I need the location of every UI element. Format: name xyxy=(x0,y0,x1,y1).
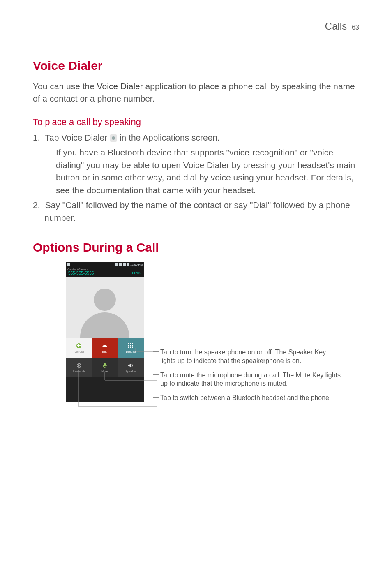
status-time: 12:00 PM xyxy=(130,263,143,266)
options-figure: 12:00 PM Carrier Wireless 555-555-5555 0… xyxy=(33,262,359,408)
callout-list: Tap to turn the speakerphone on or off. … xyxy=(144,262,341,408)
svg-rect-7 xyxy=(130,345,131,346)
carrier-label: Carrier Wireless xyxy=(66,268,144,271)
phone-status-bar: 12:00 PM xyxy=(66,262,144,268)
text: in the Applications screen. xyxy=(117,133,220,142)
bluetooth-status-icon xyxy=(115,263,118,266)
text-bold: Voice Dialer xyxy=(61,133,107,142)
dialpad-button[interactable]: Dialpad xyxy=(118,338,144,358)
button-label: End xyxy=(102,350,107,353)
battery-status-icon xyxy=(127,263,129,266)
step-1-detail: If you have a Bluetooth device that supp… xyxy=(44,146,359,196)
avatar-head xyxy=(94,289,116,311)
step-1: 1. Tap Voice Dialer in the Applications … xyxy=(33,132,359,196)
header-section-label: Calls xyxy=(325,21,347,32)
avatar-body xyxy=(80,312,129,338)
text-bold: Call xyxy=(65,200,80,210)
mute-icon xyxy=(101,362,108,369)
heading-voice-dialer: Voice Dialer xyxy=(33,59,359,73)
callout-bluetooth: Tap to switch between a Bluetooth headse… xyxy=(160,394,341,402)
subheading-place-call: To place a call by speaking xyxy=(33,117,359,127)
call-timer: 00:02 xyxy=(132,271,141,275)
speaker-button[interactable]: Speaker xyxy=(118,358,144,377)
callout-speaker: Tap to turn the speakerphone on or off. … xyxy=(160,348,341,365)
heading-options-during-call: Options During a Call xyxy=(33,240,359,254)
dialed-number: 555-555-5555 xyxy=(68,271,94,275)
button-label: Mute xyxy=(101,370,108,373)
call-number-row: 555-555-5555 00:02 xyxy=(66,271,144,277)
wifi-status-icon xyxy=(119,263,122,266)
contact-avatar xyxy=(66,277,144,338)
speaker-icon xyxy=(127,362,134,369)
svg-rect-2 xyxy=(77,345,81,346)
hangup-icon xyxy=(101,342,108,349)
voice-dialer-icon xyxy=(110,134,117,142)
bluetooth-button[interactable]: Bluetooth xyxy=(66,358,92,377)
svg-rect-3 xyxy=(128,343,129,344)
svg-rect-8 xyxy=(132,345,133,346)
step-number: 2. xyxy=(33,199,43,211)
phone-corner-icon xyxy=(67,263,70,266)
svg-rect-11 xyxy=(132,347,133,348)
svg-rect-5 xyxy=(132,343,133,344)
callout-mute: Tap to mute the microphone during a call… xyxy=(160,371,341,388)
steps-list: 1. Tap Voice Dialer in the Applications … xyxy=(33,132,359,224)
svg-rect-4 xyxy=(130,343,131,344)
svg-rect-9 xyxy=(128,347,129,348)
mute-button[interactable]: Mute xyxy=(92,358,118,377)
text: " followed by the name of the contact or… xyxy=(81,200,253,210)
svg-rect-10 xyxy=(130,347,131,348)
plus-icon xyxy=(76,342,82,349)
signal-status-icon xyxy=(123,263,126,266)
svg-rect-12 xyxy=(104,363,106,366)
call-button-row-1: Add call End Dialpad xyxy=(66,338,144,358)
bluetooth-icon xyxy=(76,362,82,369)
text: Tap xyxy=(43,133,61,142)
call-button-row-2: Bluetooth Mute Speaker xyxy=(66,358,144,377)
button-label: Add call xyxy=(74,350,84,353)
step-number: 1. xyxy=(33,132,43,144)
header-page-number: 63 xyxy=(352,24,359,31)
phone-screenshot: 12:00 PM Carrier Wireless 555-555-5555 0… xyxy=(66,262,144,402)
button-label: Bluetooth xyxy=(73,370,85,373)
voice-dialer-intro: You can use the Voice Dialer application… xyxy=(33,80,359,105)
text: You can use the xyxy=(33,81,97,91)
text-bold: Dial xyxy=(253,200,267,210)
add-call-button[interactable]: Add call xyxy=(66,338,92,358)
dialpad-icon xyxy=(127,342,134,349)
text-bold: Voice Dialer xyxy=(97,81,143,91)
text: Say " xyxy=(43,200,65,210)
button-label: Dialpad xyxy=(126,350,136,353)
step-2: 2. Say "Call" followed by the name of th… xyxy=(33,199,359,224)
status-right: 12:00 PM xyxy=(115,263,143,266)
button-label: Speaker xyxy=(125,370,136,373)
end-call-button[interactable]: End xyxy=(92,338,118,358)
svg-rect-6 xyxy=(128,345,129,346)
page-header: Calls 63 xyxy=(33,21,359,34)
